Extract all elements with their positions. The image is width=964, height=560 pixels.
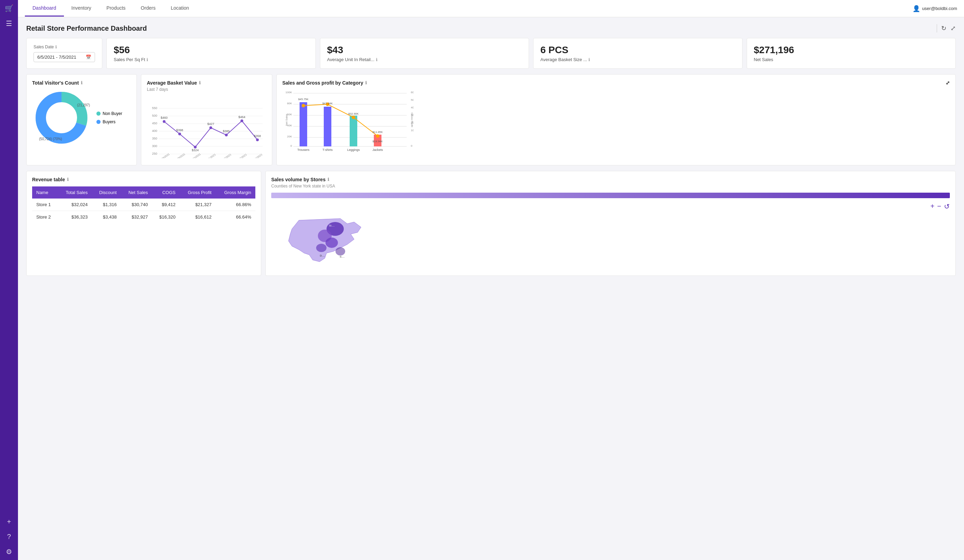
svg-text:(21,297) (30%): (21,297) (30%) — [77, 103, 91, 107]
kpi-avg-basket-value: 6 PCS — [541, 45, 735, 55]
bar-chart-title: Sales and Gross profit by Category ℹ ⤢ — [282, 80, 950, 86]
bar-chart-svg: 100K 80K 60K 40K 20K 0 60K 50K 40K 30K 2… — [282, 87, 414, 156]
user-avatar-icon: 👤 — [912, 5, 920, 13]
svg-text:$324: $324 — [192, 148, 199, 152]
svg-text:S....: S.... — [340, 255, 345, 258]
svg-text:400: 400 — [152, 129, 157, 133]
svg-text:0: 0 — [411, 144, 412, 148]
cell-name: Store 2 — [32, 211, 58, 223]
tab-orders[interactable]: Orders — [133, 0, 163, 16]
donut-legend: Non Buyer Buyers — [96, 111, 122, 124]
kpi-net-sales-label: Net Sales — [754, 57, 949, 62]
add-icon[interactable]: + — [7, 518, 11, 526]
svg-text:60K: 60K — [411, 91, 414, 94]
county-highlight-5 — [335, 247, 345, 255]
kpi-sales-per-sqft-label: Sales Per Sq Ft ℹ — [114, 57, 309, 62]
svg-text:(50,724) (70%): (50,724) (70%) — [39, 137, 62, 141]
line-chart-card: Average Basket Value ℹ Last 7 days 250 3… — [141, 74, 272, 166]
svg-text:80K: 80K — [287, 102, 292, 105]
svg-text:$45.75K: $45.75K — [298, 98, 309, 101]
col-net-sales: Net Sales — [121, 187, 152, 198]
bottom-row: Revenue table ℹ Name Total Sales Discoun… — [26, 171, 956, 276]
settings-icon[interactable]: ⚙ — [6, 547, 12, 556]
svg-text:0: 0 — [291, 144, 292, 148]
tab-dashboard[interactable]: Dashboard — [25, 0, 64, 16]
donut-info-icon: ℹ — [81, 80, 83, 85]
date-range-input[interactable]: 6/5/2021 - 7/5/2021 📅 — [34, 52, 95, 62]
buyers-dot — [96, 120, 101, 124]
svg-text:Trousers: Trousers — [297, 148, 309, 152]
svg-text:Gross Profit: Gross Profit — [410, 112, 414, 127]
svg-text:350: 350 — [152, 137, 157, 140]
page-header: Retail Store Performance Dashboard ↻ ⤢ — [26, 24, 956, 32]
expand-icon[interactable]: ⤢ — [946, 80, 950, 86]
col-gross-profit: Gross Profit — [180, 187, 216, 198]
col-total-sales: Total Sales — [58, 187, 92, 198]
zoom-in-button[interactable]: + — [930, 202, 935, 211]
svg-text:Net Sales: Net Sales — [285, 114, 288, 126]
svg-point-20 — [163, 120, 166, 123]
revenue-table-card: Revenue table ℹ Name Total Sales Discoun… — [26, 171, 261, 276]
line-chart-subtitle: Last 7 days — [147, 87, 266, 92]
map-controls: + − ↺ — [271, 202, 950, 211]
svg-text:$427: $427 — [207, 122, 214, 126]
kpi-sales-date-label: Sales Date ℹ — [34, 45, 95, 49]
svg-text:10K: 10K — [411, 129, 414, 132]
kpi-net-sales: $271,196 Net Sales — [747, 38, 956, 69]
svg-text:St....: St.... — [329, 224, 334, 227]
cell-cogs: $16,320 — [152, 211, 180, 223]
table-row: Store 1 $32,024 $1,316 $30,740 $9,412 $2… — [32, 198, 255, 211]
kpi-sales-per-sqft-value: $56 — [114, 45, 309, 55]
bar-leggings-net — [350, 116, 357, 146]
svg-text:D....: D.... — [320, 254, 325, 257]
svg-point-26 — [256, 138, 259, 141]
fullscreen-button[interactable]: ⤢ — [951, 24, 956, 32]
svg-point-22 — [194, 146, 197, 148]
kpi-sales-date: Sales Date ℹ 6/5/2021 - 7/5/2021 📅 — [26, 38, 102, 69]
line-chart-title: Average Basket Value ℹ — [147, 80, 266, 86]
col-name: Name — [32, 187, 58, 198]
topnav: Dashboard Inventory Products Orders Loca… — [18, 0, 964, 17]
map-card: Sales volume by Stores ℹ Counties of New… — [265, 171, 956, 276]
table-header-row: Name Total Sales Discount Net Sales COGS… — [32, 187, 255, 198]
svg-text:550: 550 — [152, 106, 157, 110]
svg-text:$11.85K: $11.85K — [373, 130, 383, 134]
help-icon[interactable]: ? — [7, 533, 11, 541]
reset-map-button[interactable]: ↺ — [944, 202, 950, 211]
map-subtitle: Counties of New York state in USA — [271, 184, 950, 188]
svg-point-3 — [47, 103, 76, 132]
tab-location[interactable]: Location — [163, 0, 197, 16]
page-actions: ↻ ⤢ — [937, 24, 956, 32]
menu-icon[interactable]: ☰ — [6, 19, 12, 28]
revenue-table-title: Revenue table ℹ — [32, 177, 255, 182]
tab-products[interactable]: Products — [99, 0, 133, 16]
map-title: Sales volume by Stores ℹ — [271, 177, 950, 182]
legend-buyers: Buyers — [96, 120, 122, 124]
svg-text:$32.90K: $32.90K — [348, 112, 359, 115]
user-email: user@boldbi.com — [922, 6, 957, 11]
col-gross-margin: Gross Margin — [216, 187, 255, 198]
donut-chart-title: Total Visitor's Count ℹ — [32, 80, 131, 86]
svg-text:20K: 20K — [287, 135, 292, 138]
svg-text:6/30/2021: 6/30/2021 — [190, 153, 202, 158]
donut-svg: (21,297) (30%) (50,724) (70%) — [32, 88, 91, 147]
page-title: Retail Store Performance Dashboard — [26, 24, 147, 32]
svg-text:T-shirts: T-shirts — [322, 148, 333, 152]
cell-total-sales: $32,024 — [58, 198, 92, 211]
donut-chart-card: Total Visitor's Count ℹ — [26, 74, 137, 166]
refresh-button[interactable]: ↻ — [941, 24, 946, 32]
revenue-table-info-icon: ℹ — [67, 177, 69, 182]
cell-net-sales: $32,927 — [121, 211, 152, 223]
kpi-avg-basket-size: 6 PCS Average Basket Size ... ℹ — [533, 38, 743, 69]
cart-icon[interactable]: 🛒 — [5, 4, 13, 13]
cell-gross-profit: $16,612 — [180, 211, 216, 223]
svg-text:$358: $358 — [254, 134, 261, 138]
zoom-out-button[interactable]: − — [937, 202, 941, 211]
tab-inventory[interactable]: Inventory — [64, 0, 99, 16]
svg-text:450: 450 — [152, 122, 157, 125]
svg-text:7/2/2021: 7/2/2021 — [222, 153, 232, 158]
user-info: 👤 user@boldbi.com — [912, 5, 957, 13]
col-cogs: COGS — [152, 187, 180, 198]
svg-text:6/29/2021: 6/29/2021 — [174, 153, 186, 158]
info-icon-2: ℹ — [147, 57, 148, 62]
